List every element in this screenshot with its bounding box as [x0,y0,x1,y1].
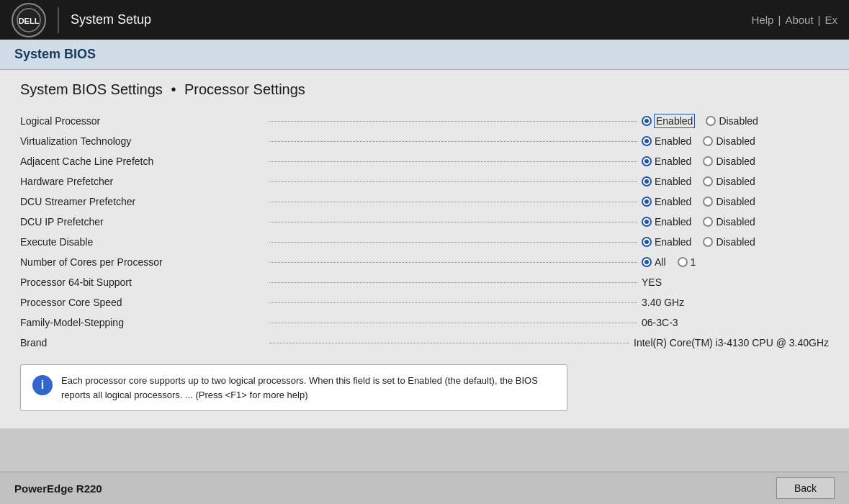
radio-filled-icon [642,156,652,166]
setting-controls: All1 [642,256,829,268]
settings-table: Logical ProcessorEnabledDisabledVirtuali… [20,111,829,353]
radio-option-2[interactable]: Disabled [703,216,755,228]
setting-dots [269,302,637,303]
option-label: Disabled [716,196,755,207]
main-content: System BIOS Settings • Processor Setting… [0,70,849,428]
setting-dots [269,161,637,162]
radio-option-2[interactable]: Disabled [703,236,755,248]
setting-dots [269,282,637,283]
header-left: DELL System Setup [12,3,151,37]
setting-label: Processor Core Speed [20,297,265,308]
radio-empty-icon [706,116,716,126]
table-row: Hardware PrefetcherEnabledDisabled [20,171,829,192]
table-row: DCU IP PrefetcherEnabledDisabled [20,212,829,232]
setting-dots [269,181,637,182]
radio-filled-icon [642,217,652,227]
table-row: DCU Streamer PrefetcherEnabledDisabled [20,192,829,212]
radio-filled-icon [642,116,652,126]
radio-empty-icon [678,257,688,267]
static-value: YES [642,276,662,288]
setting-dots [269,343,629,343]
option-label: Enabled [655,135,691,147]
page-title-bullet: • [171,81,176,97]
info-text: Each processor core supports up to two l… [61,374,555,402]
table-row: Adjacent Cache Line PrefetchEnabledDisab… [20,151,829,171]
option-label: Disabled [716,176,755,187]
page-title-part2: Processor Settings [184,81,305,97]
static-value: 3.40 GHz [642,297,684,308]
radio-filled-icon [642,136,652,146]
back-button[interactable]: Back [776,477,835,499]
table-row: Family-Model-Stepping06-3C-3 [20,312,829,333]
setting-controls: EnabledDisabled [642,176,829,187]
radio-option-2[interactable]: Disabled [703,156,755,167]
setting-dots [269,121,637,122]
setting-label: Family-Model-Stepping [20,317,265,328]
footer-model: PowerEdge R220 [14,482,102,495]
setting-controls: Intel(R) Core(TM) i3-4130 CPU @ 3.40GHz [634,337,829,348]
setting-controls: EnabledDisabled [642,236,829,248]
radio-filled-icon [642,257,652,267]
radio-option-2[interactable]: Disabled [703,176,755,187]
exit-link[interactable]: Ex [825,14,837,26]
setting-dots [269,242,637,243]
option-label: Enabled [655,114,694,127]
radio-option-1[interactable]: Enabled [642,114,694,127]
radio-empty-icon [703,156,713,166]
section-header-title: System BIOS [14,47,96,61]
nav-separator2: | [818,14,821,26]
option-label: Disabled [716,135,755,147]
radio-option-2[interactable]: 1 [678,256,696,268]
option-label: Enabled [655,156,691,167]
info-box: i Each processor core supports up to two… [20,364,567,411]
setting-dots [269,222,637,222]
setting-controls: 3.40 GHz [642,297,829,308]
table-row: Logical ProcessorEnabledDisabled [20,111,829,131]
info-icon: i [32,375,53,395]
setting-label: Execute Disable [20,236,265,248]
setting-label: DCU IP Prefetcher [20,216,265,228]
table-row: Number of Cores per ProcessorAll1 [20,252,829,272]
setting-label: Number of Cores per Processor [20,256,265,268]
radio-filled-icon [642,176,652,186]
radio-option-1[interactable]: Enabled [642,176,691,187]
about-link[interactable]: About [785,14,813,26]
setting-dots [269,202,637,202]
radio-filled-icon [642,197,652,207]
option-label: Disabled [719,115,758,127]
radio-option-1[interactable]: Enabled [642,236,691,248]
radio-option-2[interactable]: Disabled [706,115,758,127]
table-row: Virtualization TechnologyEnabledDisabled [20,131,829,151]
setting-label: Processor 64-bit Support [20,276,265,288]
header-divider [58,7,59,33]
header-nav: Help | About | Ex [752,14,837,26]
dell-logo: DELL [12,3,46,37]
nav-separator1: | [778,14,781,26]
radio-option-2[interactable]: Disabled [703,196,755,207]
setting-label: Brand [20,337,265,348]
radio-empty-icon [703,217,713,227]
footer: PowerEdge R220 Back [0,472,849,504]
option-label: Disabled [716,236,755,248]
radio-empty-icon [703,197,713,207]
option-label: 1 [691,256,696,268]
option-label: Enabled [655,176,691,187]
static-value: Intel(R) Core(TM) i3-4130 CPU @ 3.40GHz [634,337,829,348]
radio-option-1[interactable]: Enabled [642,196,691,207]
setting-dots [269,323,637,323]
radio-option-1[interactable]: Enabled [642,135,691,147]
radio-empty-icon [703,237,713,247]
static-value: 06-3C-3 [642,317,678,328]
radio-empty-icon [703,136,713,146]
option-label: Disabled [716,216,755,228]
radio-option-1[interactable]: All [642,256,666,268]
help-link[interactable]: Help [752,14,774,26]
setting-label: Adjacent Cache Line Prefetch [20,156,265,167]
setting-controls: 06-3C-3 [642,317,829,328]
radio-option-1[interactable]: Enabled [642,216,691,228]
setting-dots [269,262,637,263]
setting-controls: EnabledDisabled [642,216,829,228]
setting-controls: YES [642,276,829,288]
radio-option-2[interactable]: Disabled [703,135,755,147]
radio-option-1[interactable]: Enabled [642,156,691,167]
